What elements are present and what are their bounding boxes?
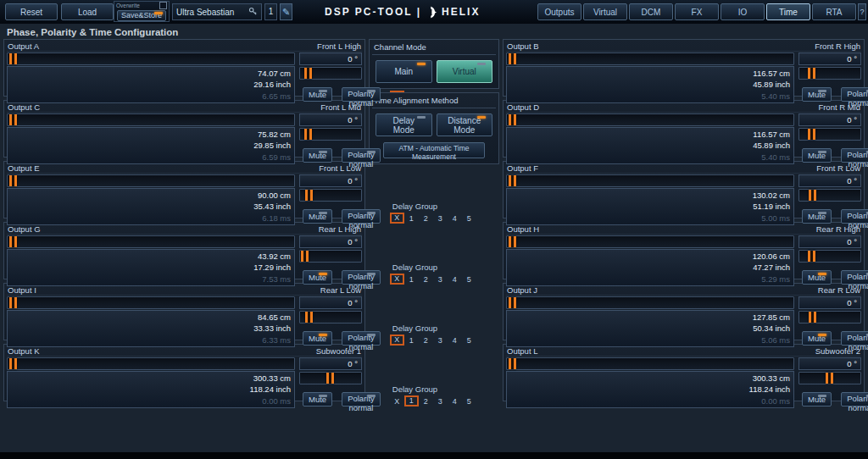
phase-slider[interactable] — [506, 113, 794, 126]
phase-slider-handle[interactable] — [9, 175, 17, 186]
mute-button[interactable]: Mute — [303, 209, 332, 224]
phase-slider[interactable] — [7, 235, 295, 248]
polarity-button[interactable]: Polarity normal — [841, 87, 868, 102]
phase-slider-handle[interactable] — [509, 358, 516, 369]
delay-slider[interactable] — [798, 128, 861, 141]
delay-slider[interactable] — [299, 250, 362, 263]
delay-inch-value: 51.19 inch — [510, 202, 790, 211]
polarity-button[interactable]: Polarity normal — [841, 148, 868, 163]
mute-button[interactable]: Mute — [802, 87, 832, 102]
phase-slider[interactable] — [7, 113, 295, 126]
delay-slider-handle[interactable] — [305, 312, 313, 323]
delay-slider-handle[interactable] — [305, 190, 313, 201]
phase-slider-handle[interactable] — [9, 114, 17, 125]
delay-slider[interactable] — [798, 67, 861, 80]
polarity-button[interactable]: Polarity normal — [342, 87, 381, 102]
nav-io-button[interactable]: IO — [721, 3, 765, 20]
phase-slider[interactable] — [506, 53, 794, 65]
phase-slider-handle[interactable] — [9, 297, 17, 308]
help-button[interactable]: ? — [858, 3, 866, 20]
mute-button[interactable]: Mute — [303, 270, 332, 285]
main-mode-button[interactable]: Main — [376, 60, 432, 83]
delay-slider-handle[interactable] — [809, 312, 816, 323]
overwrite-checkbox[interactable] — [159, 2, 167, 9]
phase-slider[interactable] — [506, 174, 794, 187]
polarity-button[interactable]: Polarity normal — [841, 331, 868, 346]
delay-slider-handle[interactable] — [808, 251, 815, 262]
phase-slider[interactable] — [7, 53, 295, 65]
phase-slider[interactable] — [7, 357, 295, 370]
delay-slider[interactable] — [798, 189, 861, 202]
nav-outputs-button[interactable]: Outputs — [537, 3, 581, 20]
atm-button[interactable]: ATM - Automatic Time Measurement — [383, 142, 485, 158]
polarity-button[interactable]: Polarity normal — [342, 270, 381, 285]
delay-slider-handle[interactable] — [826, 373, 833, 384]
nav-rta-button[interactable]: RTA — [812, 3, 856, 20]
overwrite-label: Overwrite — [116, 3, 140, 8]
output-channel-label: Front R High — [815, 41, 860, 51]
setup-name-field[interactable]: Ultra Sebastian — [172, 3, 262, 20]
delay-slider-handle[interactable] — [301, 251, 309, 262]
mute-button[interactable]: Mute — [802, 148, 832, 163]
reset-button[interactable]: Reset — [5, 3, 58, 20]
mute-button[interactable]: Mute — [303, 148, 332, 163]
phase-slider-handle[interactable] — [9, 358, 17, 369]
delay-inch-value: 29.16 inch — [11, 80, 291, 89]
mute-button[interactable]: Mute — [802, 209, 832, 224]
delay-slider[interactable] — [798, 311, 861, 324]
mute-button[interactable]: Mute — [303, 392, 332, 406]
phase-slider-handle[interactable] — [509, 175, 516, 186]
delay-slider-handle[interactable] — [809, 190, 816, 201]
mute-button[interactable]: Mute — [802, 331, 832, 346]
polarity-button[interactable]: Polarity normal — [342, 331, 381, 346]
memory-slot[interactable]: 1 — [264, 3, 277, 20]
delay-slider-handle[interactable] — [304, 129, 312, 140]
delay-ms-value: 5.40 ms — [510, 91, 790, 101]
delay-slider[interactable] — [798, 250, 861, 263]
phase-slider[interactable] — [506, 296, 794, 309]
distance-mode-button[interactable]: Distance Mode — [437, 113, 493, 136]
load-button[interactable]: Load — [61, 3, 114, 20]
polarity-button[interactable]: Polarity normal — [841, 392, 868, 406]
delay-slider[interactable] — [299, 67, 362, 80]
delay-mode-button[interactable]: Delay Mode — [376, 113, 432, 136]
polarity-button[interactable]: Polarity normal — [342, 148, 381, 163]
delay-slider-handle[interactable] — [808, 68, 815, 79]
nav-fx-button[interactable]: FX — [675, 3, 719, 20]
phase-slider-handle[interactable] — [509, 236, 516, 247]
delay-slider[interactable] — [299, 128, 362, 141]
phase-slider-handle[interactable] — [509, 53, 516, 64]
mute-button[interactable]: Mute — [802, 270, 832, 285]
phase-slider-handle[interactable] — [509, 114, 516, 125]
phase-slider-handle[interactable] — [9, 236, 17, 247]
delay-slider[interactable] — [299, 372, 362, 384]
delay-slider[interactable] — [299, 311, 362, 324]
save-store-button[interactable]: Save&Store — [117, 10, 166, 21]
phase-slider[interactable] — [7, 174, 295, 187]
output-id: Output B — [507, 41, 539, 51]
mute-button[interactable]: Mute — [303, 331, 332, 346]
delay-slider[interactable] — [798, 372, 861, 384]
phase-slider-handle[interactable] — [9, 53, 17, 64]
mute-button[interactable]: Mute — [802, 392, 832, 406]
delay-slider[interactable] — [299, 189, 362, 202]
nav-virtual-button[interactable]: Virtual — [583, 3, 627, 20]
polarity-button[interactable]: Polarity normal — [841, 209, 868, 224]
virtual-mode-button[interactable]: Virtual — [437, 60, 493, 83]
nav-dcm-button[interactable]: DCM — [629, 3, 673, 20]
mute-button[interactable]: Mute — [303, 87, 332, 102]
mute-led — [319, 334, 327, 336]
delay-slider-handle[interactable] — [808, 129, 815, 140]
phase-slider[interactable] — [7, 296, 295, 309]
delay-slider-handle[interactable] — [304, 68, 312, 79]
polarity-button[interactable]: Polarity normal — [342, 392, 381, 406]
edit-icon[interactable]: ✎ — [280, 3, 292, 20]
output-panel: Output G Rear L High 0 ° 43.92 cm 17.29 … — [3, 222, 365, 279]
nav-time-button[interactable]: Time — [766, 3, 810, 20]
phase-slider-handle[interactable] — [509, 297, 516, 308]
phase-slider[interactable] — [506, 357, 794, 370]
polarity-button[interactable]: Polarity normal — [841, 270, 868, 285]
phase-slider[interactable] — [506, 235, 794, 248]
delay-slider-handle[interactable] — [326, 373, 334, 384]
polarity-button[interactable]: Polarity normal — [342, 209, 381, 224]
